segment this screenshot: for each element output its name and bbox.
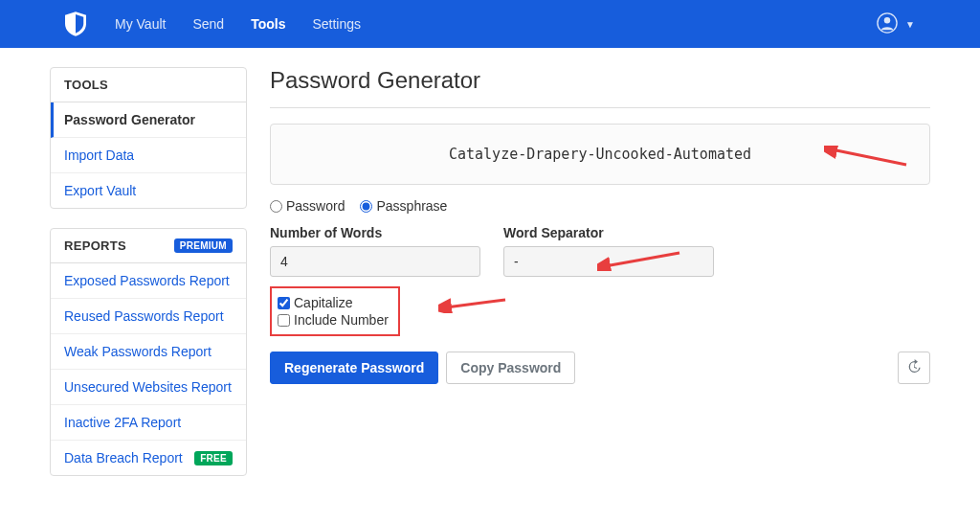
sidebar-item-label: Data Breach Report [64, 450, 183, 465]
title-divider [270, 107, 930, 108]
num-words-label: Number of Words [270, 225, 480, 240]
reports-heading: REPORTS PREMIUM [51, 229, 246, 263]
nav-tools[interactable]: Tools [239, 3, 297, 45]
copy-button[interactable]: Copy Password [446, 352, 575, 384]
tools-panel: TOOLS Password Generator Import Data Exp… [50, 67, 247, 209]
main-content: Password Generator Catalyze-Drapery-Unco… [270, 67, 930, 495]
radio-passphrase[interactable]: Passphrase [360, 198, 447, 214]
button-group-left: Regenerate Password Copy Password [270, 352, 575, 384]
account-menu[interactable]: ▼ [877, 12, 961, 35]
generated-password-display: Catalyze-Drapery-Uncooked-Automated [270, 124, 930, 185]
nav-my-vault[interactable]: My Vault [103, 3, 177, 45]
sidebar-item-data-breach[interactable]: Data Breach Report FREE [51, 441, 246, 475]
tools-heading: TOOLS [51, 68, 246, 102]
include-number-checkbox[interactable] [278, 314, 290, 327]
include-number-label: Include Number [294, 312, 389, 328]
svg-line-2 [832, 149, 906, 165]
annotation-arrow-icon [438, 296, 507, 313]
svg-line-4 [446, 300, 505, 307]
num-words-input[interactable] [270, 246, 480, 277]
svg-point-1 [884, 17, 890, 23]
capitalize-row: Capitalize [278, 294, 389, 311]
sidebar-item-inactive-2fa[interactable]: Inactive 2FA Report [51, 405, 246, 441]
annotation-arrow-icon [824, 146, 908, 169]
separator-group: Word Separator [503, 225, 714, 277]
history-icon [906, 359, 922, 377]
nav-settings[interactable]: Settings [301, 3, 372, 45]
page-title: Password Generator [270, 67, 930, 94]
reports-panel: REPORTS PREMIUM Exposed Passwords Report… [50, 228, 247, 476]
regenerate-button[interactable]: Regenerate Password [270, 352, 438, 384]
separator-label: Word Separator [503, 225, 714, 240]
generated-password-text: Catalyze-Drapery-Uncooked-Automated [449, 146, 751, 163]
sidebar-item-reused-passwords[interactable]: Reused Passwords Report [51, 299, 246, 334]
caret-down-icon: ▼ [905, 19, 915, 30]
shield-logo-icon[interactable] [65, 11, 88, 37]
free-badge: FREE [194, 451, 233, 465]
sidebar: TOOLS Password Generator Import Data Exp… [50, 67, 247, 495]
sidebar-item-export-vault[interactable]: Export Vault [51, 173, 246, 208]
num-words-group: Number of Words [270, 225, 480, 277]
type-radio-group: Password Passphrase [270, 198, 930, 214]
radio-password-input[interactable] [270, 200, 282, 213]
separator-input[interactable] [503, 246, 714, 277]
radio-password-label: Password [286, 198, 345, 214]
capitalize-label: Capitalize [294, 295, 352, 310]
user-avatar-icon [877, 12, 900, 35]
radio-passphrase-label: Passphrase [376, 198, 447, 214]
top-nav: My Vault Send Tools Settings ▼ [0, 0, 980, 48]
capitalize-checkbox[interactable] [278, 297, 290, 309]
checkbox-group-highlight: Capitalize Include Number [270, 286, 400, 336]
sidebar-item-import-data[interactable]: Import Data [51, 138, 246, 173]
include-number-row: Include Number [278, 311, 389, 329]
sidebar-item-weak-passwords[interactable]: Weak Passwords Report [51, 334, 246, 370]
radio-passphrase-input[interactable] [360, 200, 372, 213]
radio-password[interactable]: Password [270, 198, 345, 214]
button-row: Regenerate Password Copy Password [270, 352, 930, 384]
nav-left: My Vault Send Tools Settings [19, 3, 372, 45]
reports-heading-label: REPORTS [64, 238, 126, 253]
history-button[interactable] [898, 352, 930, 384]
premium-badge: PREMIUM [174, 238, 233, 253]
nav-send[interactable]: Send [181, 3, 235, 45]
sidebar-item-exposed-passwords[interactable]: Exposed Passwords Report [51, 263, 246, 299]
options-row: Number of Words Word Separator [270, 225, 930, 277]
sidebar-item-password-generator[interactable]: Password Generator [51, 102, 246, 138]
sidebar-item-unsecured-websites[interactable]: Unsecured Websites Report [51, 370, 246, 405]
